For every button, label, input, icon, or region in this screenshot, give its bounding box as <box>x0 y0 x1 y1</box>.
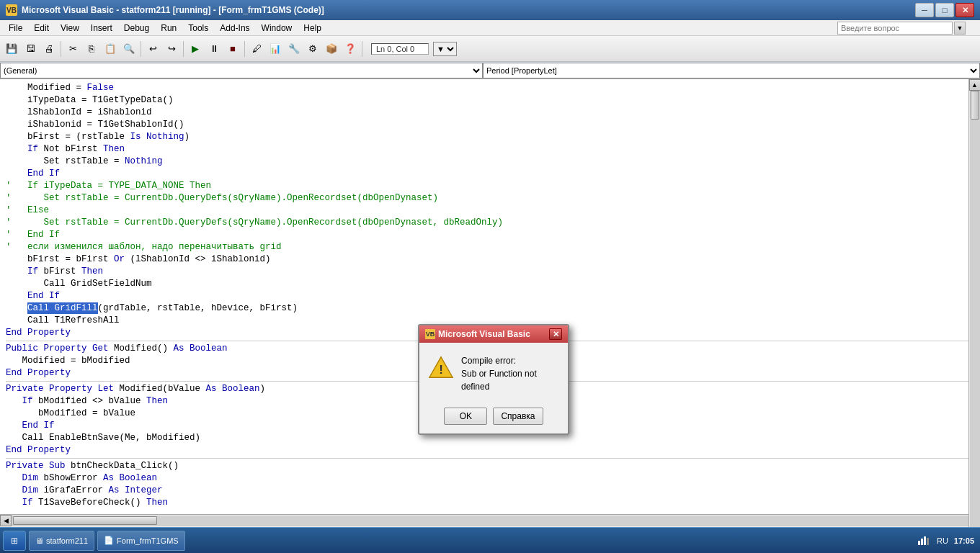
close-button[interactable]: ✕ <box>956 3 974 17</box>
menu-help[interactable]: Help <box>298 22 327 35</box>
dialog-message: Compile error: Sub or Function not defin… <box>461 354 559 393</box>
toolbar-pause[interactable]: ⏸ <box>205 40 223 58</box>
toolbar-run[interactable]: ▶ <box>187 40 204 58</box>
toolbar-sep1 <box>61 41 61 57</box>
dialog-close-btn[interactable]: ✕ <box>549 328 562 340</box>
menu-edit[interactable]: Edit <box>28 22 55 35</box>
taskbar-item-2-icon: 📄 <box>104 536 114 545</box>
h-scroll-thumb[interactable] <box>13 516 157 525</box>
toolbar-save-btn[interactable]: 💾 <box>3 40 20 58</box>
dialog-help-button[interactable]: Справка <box>493 408 543 425</box>
toolbar-sep3 <box>183 41 184 57</box>
dialog-app-icon: VB <box>425 329 435 339</box>
editor-container: Modified = False iTypeData = T1GetTypeDa… <box>0 79 980 553</box>
taskbar-item-1-label: statform211 <box>46 536 88 545</box>
dialog-error-title: Compile error: <box>461 354 559 367</box>
code-area[interactable]: Modified = False iTypeData = T1GetTypeDa… <box>0 79 980 512</box>
dialog-ok-button[interactable]: OK <box>444 408 487 425</box>
toolbar-btn2[interactable]: 🖫 <box>22 40 39 58</box>
vertical-scrollbar[interactable]: ▲ ▼ <box>968 79 980 553</box>
menu-insert[interactable]: Insert <box>85 22 118 35</box>
menu-file[interactable]: File <box>3 22 28 35</box>
toolbar: 💾 🖫 🖨 ✂ ⎘ 📋 🔍 ↩ ↪ ▶ ⏸ ■ 🖊 📊 🔧 ⚙ 📦 ❓ Ln 0… <box>0 36 980 62</box>
menu-run[interactable]: Run <box>155 22 182 35</box>
taskbar-item-2[interactable]: 📄 Form_frmT1GMS <box>97 531 185 551</box>
minimize-button[interactable]: ─ <box>915 3 934 17</box>
toolbar-undo[interactable]: ↩ <box>144 40 161 58</box>
error-dialog: VB Microsoft Visual Basic ✕ ! Compile er… <box>418 324 569 435</box>
toolbar-find[interactable]: 🔍 <box>120 40 138 58</box>
svg-text:!: ! <box>439 363 443 377</box>
scroll-track[interactable] <box>970 91 980 541</box>
toolbar-paste[interactable]: 📋 <box>102 40 119 58</box>
general-dropdown[interactable]: (General) <box>0 63 483 78</box>
main-container: VB Microsoft Visual Basic - statform211 … <box>0 0 980 553</box>
toolbar-redo[interactable]: ↪ <box>163 40 180 58</box>
toolbar-btn-extra3[interactable]: ⚙ <box>304 40 321 58</box>
property-dropdown[interactable]: Period [PropertyLet] <box>483 63 980 78</box>
warning-icon: ! <box>428 354 454 380</box>
toolbar-copy[interactable]: ⎘ <box>83 40 100 58</box>
title-text: Microsoft Visual Basic - statform211 [ru… <box>22 5 915 15</box>
svg-rect-5 <box>927 538 929 545</box>
svg-rect-2 <box>918 541 920 545</box>
menu-tools[interactable]: Tools <box>182 22 214 35</box>
start-button[interactable]: ⊞ <box>3 531 26 551</box>
menu-bar: File Edit View Insert Debug Run Tools Ad… <box>0 20 980 36</box>
menu-view[interactable]: View <box>55 22 85 35</box>
toolbar-btn-help[interactable]: ❓ <box>342 40 359 58</box>
scroll-thumb[interactable] <box>971 91 979 120</box>
horizontal-scrollbar[interactable]: ◀ ▶ <box>0 514 980 526</box>
taskbar-time: 17:05 <box>954 536 974 545</box>
toolbar-cut[interactable]: ✂ <box>64 40 81 58</box>
taskbar-lang: RU <box>937 536 948 545</box>
toolbar-sep2 <box>141 41 141 57</box>
toolbar-btn-extra2[interactable]: 🔧 <box>285 40 303 58</box>
menu-addins[interactable]: Add-Ins <box>214 22 255 35</box>
code-header: (General) Period [PropertyLet] <box>0 62 980 79</box>
scroll-up-btn[interactable]: ▲ <box>969 79 981 91</box>
dialog-body: ! Compile error: Sub or Function not def… <box>419 343 568 402</box>
svg-rect-4 <box>924 536 926 545</box>
help-search-input[interactable] <box>837 22 953 35</box>
toolbar-status: Ln 0, Col 0 <box>371 43 429 55</box>
app-icon: VB <box>6 4 17 16</box>
title-bar-buttons: ─ □ ✕ <box>915 3 974 17</box>
dialog-title-bar: VB Microsoft Visual Basic ✕ <box>419 325 568 343</box>
toolbar-stop[interactable]: ■ <box>224 40 241 58</box>
maximize-button[interactable]: □ <box>935 3 954 17</box>
taskbar-right: RU 17:05 <box>917 534 977 548</box>
dialog-title-text: Microsoft Visual Basic <box>438 329 530 339</box>
dialog-buttons: OK Справка <box>419 402 568 433</box>
toolbar-sep5 <box>362 41 362 57</box>
toolbar-btn-extra1[interactable]: 📊 <box>267 40 284 58</box>
toolbar-sep4 <box>244 41 245 57</box>
menu-debug[interactable]: Debug <box>118 22 155 35</box>
toolbar-dropdown[interactable]: ▼ <box>433 42 457 56</box>
taskbar-network-icon[interactable] <box>917 534 931 548</box>
taskbar-item-1-icon: 🖥 <box>35 536 43 545</box>
help-search-dropdown[interactable]: ▼ <box>954 22 966 35</box>
taskbar-item-2-label: Form_frmT1GMS <box>117 536 179 545</box>
menu-window[interactable]: Window <box>256 22 298 35</box>
toolbar-btn3[interactable]: 🖨 <box>40 40 58 58</box>
svg-rect-3 <box>921 539 923 545</box>
toolbar-btn-extra4[interactable]: 📦 <box>323 40 340 58</box>
taskbar-item-1[interactable]: 🖥 statform211 <box>29 531 94 551</box>
toolbar-design[interactable]: 🖊 <box>248 40 265 58</box>
start-icon: ⊞ <box>11 536 18 546</box>
h-scroll-track[interactable] <box>12 516 968 526</box>
scroll-left-btn[interactable]: ◀ <box>0 515 12 526</box>
dialog-error-detail: Sub or Function not defined <box>461 367 559 393</box>
title-bar: VB Microsoft Visual Basic - statform211 … <box>0 0 980 20</box>
taskbar: ⊞ 🖥 statform211 📄 Form_frmT1GMS RU 17:05 <box>0 527 980 553</box>
